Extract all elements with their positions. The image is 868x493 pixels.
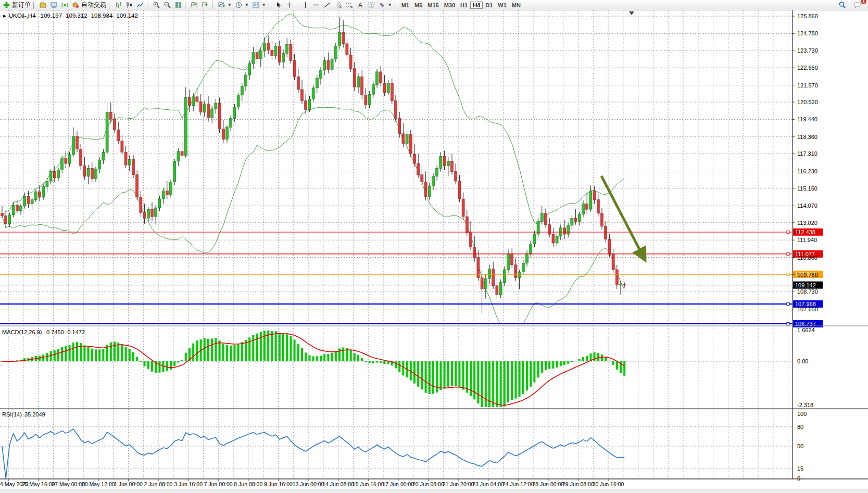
macd-histogram-bar [114, 342, 116, 361]
horizontal-line-button[interactable] [311, 1, 322, 9]
templates-button[interactable]: ▼ [250, 1, 268, 9]
candles [1, 17, 626, 314]
timeframe-mn[interactable]: MN [509, 2, 523, 9]
notifications-button[interactable]: 1 [852, 1, 863, 9]
timeframe-m1[interactable]: M1 [399, 2, 412, 9]
candle-bearish [199, 102, 202, 112]
trading-platform-window: 新订单自动交易▼▼▼EFAT▼M1M5M15M30H1H4D1W1MN1 112… [0, 0, 868, 493]
line-end-marker[interactable] [787, 231, 789, 233]
auto-trading-button[interactable]: 自动交易 [70, 1, 108, 9]
cursor-icon [274, 1, 282, 9]
line-end-marker[interactable] [787, 252, 789, 255]
text-button[interactable]: A [355, 1, 366, 9]
macd-histogram-bar [237, 344, 240, 361]
macd-histogram-bar [54, 350, 56, 361]
macd-histogram-bar [605, 357, 607, 361]
candle-bullish [274, 46, 277, 56]
tile-windows-button[interactable] [173, 1, 184, 9]
timeframe-m5[interactable]: M5 [412, 2, 425, 9]
candle-bullish [245, 75, 247, 86]
macd-histogram-bar [69, 345, 71, 361]
fibonacci-button[interactable]: F [344, 1, 355, 9]
line-end-marker[interactable] [787, 322, 789, 325]
rsi-axis-label: 80 [797, 424, 803, 430]
candle-bearish [65, 158, 67, 163]
macd-histogram-bar [462, 361, 464, 390]
timeframe-m30[interactable]: M30 [442, 2, 458, 9]
macd-histogram-bar [275, 331, 277, 361]
crosshair-button[interactable] [284, 1, 295, 9]
macd-histogram-bar [548, 361, 550, 369]
candle-bullish [263, 43, 266, 50]
price-tick-label: 123.730 [797, 47, 818, 54]
candle-bullish [170, 182, 172, 195]
macd-histogram-bar [541, 361, 543, 373]
timeframe-d1[interactable]: D1 [483, 2, 495, 9]
vertical-line-button[interactable] [300, 1, 311, 9]
chart-shift-marker[interactable] [629, 11, 634, 15]
cursor-button[interactable] [273, 1, 284, 9]
candle-bearish [278, 46, 281, 62]
candle-bearish [80, 149, 82, 166]
candle-bearish [1, 213, 4, 216]
market-watch-button[interactable] [48, 1, 59, 9]
line-end-marker[interactable] [787, 302, 789, 305]
zoom-out-button[interactable] [162, 1, 173, 9]
candle-bullish [533, 234, 536, 244]
candle-bearish [424, 182, 427, 197]
candle-bearish [514, 265, 517, 278]
hor-line-objects[interactable]: 112.438111.077109.814107.968106.737109.1… [0, 229, 823, 327]
candle-bullish [241, 86, 243, 95]
macd-histogram-bar [439, 361, 442, 390]
candle-bearish [466, 217, 468, 233]
candle-bullish [518, 272, 521, 278]
timeframe-m15[interactable]: M15 [425, 2, 441, 9]
autoscroll-icon [191, 1, 198, 9]
candle-bearish [458, 181, 461, 199]
macd-histogram-bar [57, 349, 59, 361]
price-axis[interactable]: 125.860124.780123.730122.650121.570120.5… [792, 13, 818, 482]
chart-area[interactable]: 112.438111.077109.814107.968106.737109.1… [0, 0, 868, 493]
chart-profiles-button[interactable] [37, 1, 48, 9]
new-chart-button[interactable]: ▼ [216, 1, 233, 9]
candle-bearish [548, 224, 551, 234]
autotrade-icon [72, 1, 80, 9]
macd-histogram-bar [95, 349, 97, 361]
time-tick-label: 24 Jun 12:00 [502, 481, 534, 487]
search-button[interactable] [837, 1, 848, 9]
candle-bearish [53, 171, 56, 178]
candle-chart-button[interactable] [124, 1, 135, 9]
line-end-marker[interactable] [787, 273, 789, 275]
equidistant-channel-button[interactable]: E [333, 1, 344, 9]
candle-bullish [68, 155, 71, 163]
svg-text:F: F [350, 6, 353, 9]
timeframe-h1[interactable]: H1 [458, 2, 470, 9]
text-label-button[interactable]: T [366, 1, 376, 9]
macd-histogram-bar [623, 361, 625, 376]
candle-bearish [305, 101, 307, 110]
auto-scroll-button[interactable] [189, 1, 200, 9]
candle-bullish [589, 191, 592, 210]
new-order-button[interactable]: 新订单 [1, 1, 32, 9]
macd-histogram-bar [413, 361, 416, 384]
bar-chart-button[interactable] [113, 1, 124, 9]
macd-histogram-bar [132, 352, 134, 361]
pane-frame [0, 10, 868, 479]
arrows-button[interactable]: ▼ [376, 1, 394, 9]
macd-histogram-bar [492, 361, 494, 407]
timeframe-w1[interactable]: W1 [495, 2, 509, 9]
periods-button[interactable]: ▼ [233, 1, 250, 9]
candle-bearish [207, 104, 210, 118]
candle-bearish [297, 77, 299, 90]
chart-shift-button[interactable] [200, 1, 211, 9]
trendline-button[interactable] [322, 1, 333, 9]
macd-histogram-bar [72, 343, 74, 361]
signals-button[interactable] [59, 1, 70, 9]
zoom-in-button[interactable] [151, 1, 162, 9]
macd-histogram-bar [354, 353, 356, 361]
timeframe-h4[interactable]: H4 [470, 2, 483, 9]
line-chart-button[interactable] [135, 1, 146, 9]
macd-axis-label: 1.6624 [797, 327, 815, 333]
crosshair-icon [285, 1, 293, 9]
time-axis[interactable]: 4 May 202225 May 16:0027 May 00:0030 May… [0, 479, 624, 487]
